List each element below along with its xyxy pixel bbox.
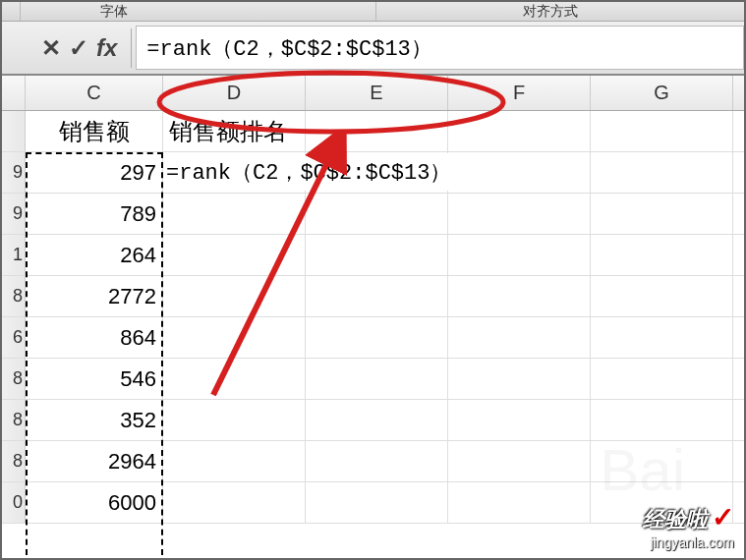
cell[interactable]	[448, 317, 591, 358]
cell-value[interactable]: 546	[26, 359, 163, 399]
cell[interactable]	[591, 235, 733, 275]
watermark-text: 经验啦	[643, 507, 708, 532]
cell[interactable]	[306, 235, 448, 275]
row-header[interactable]: 8	[2, 441, 26, 481]
cell[interactable]	[448, 235, 591, 275]
formula-bar-icons: ✕ ✓ fx	[41, 34, 117, 62]
cell-value[interactable]: 2772	[26, 276, 163, 316]
ribbon-section-labels: 字体 对齐方式	[2, 2, 744, 22]
confirm-icon[interactable]: ✓	[69, 34, 88, 62]
ribbon-label-align: 对齐方式	[523, 3, 578, 21]
cell[interactable]	[591, 194, 733, 234]
col-header-g[interactable]: G	[591, 76, 733, 110]
watermark-url: jingyanla.com	[643, 534, 734, 550]
cell[interactable]	[591, 359, 733, 399]
cell[interactable]	[591, 276, 733, 316]
watermark-check-icon: ✓	[712, 502, 734, 532]
cell[interactable]	[163, 317, 306, 358]
col-header-d[interactable]: D	[163, 76, 306, 110]
cell[interactable]	[448, 276, 591, 316]
cell[interactable]	[448, 194, 591, 234]
cell-header-sales[interactable]: 销售额	[26, 111, 163, 151]
watermark: 经验啦 ✓ jingyanla.com	[643, 501, 734, 550]
cell[interactable]	[163, 194, 306, 234]
formula-bar: ✕ ✓ fx =rank（C2，$C$2:$C$13）	[2, 22, 744, 76]
cell-value[interactable]: 6000	[26, 482, 163, 523]
cell[interactable]	[163, 359, 306, 399]
formula-text: =rank（C2，$C$2:$C$13）	[146, 33, 431, 63]
cell-header-rank[interactable]: 销售额排名	[163, 111, 306, 151]
table-row: 8 546	[2, 359, 744, 400]
cell-value[interactable]: 297	[26, 152, 163, 193]
ribbon-divider	[375, 2, 376, 21]
background-watermark: Bai	[600, 436, 685, 504]
cell[interactable]	[448, 152, 591, 193]
table-row: 6 864	[2, 317, 744, 359]
row-header[interactable]: 9	[2, 152, 26, 193]
col-header-c[interactable]: C	[26, 76, 163, 110]
col-header-e[interactable]: E	[306, 76, 448, 110]
cell[interactable]	[591, 400, 733, 440]
row-header[interactable]	[2, 111, 26, 151]
cell[interactable]	[306, 400, 448, 440]
table-row: 1 264	[2, 235, 744, 276]
cell[interactable]	[591, 317, 733, 358]
row-header[interactable]: 8	[2, 400, 26, 440]
cell[interactable]	[163, 400, 306, 440]
table-row: 销售额 销售额排名	[2, 111, 744, 152]
formula-input[interactable]: =rank（C2，$C$2:$C$13）	[136, 26, 744, 70]
cell[interactable]	[591, 152, 733, 193]
cell-formula-display: =rank（C2，$C$2:$C$13）	[164, 153, 453, 191]
col-header-f[interactable]: F	[448, 76, 591, 110]
table-row: 9 789	[2, 194, 744, 235]
row-header[interactable]: 0	[2, 482, 26, 523]
cell[interactable]	[448, 111, 591, 151]
cell[interactable]	[163, 235, 306, 275]
ribbon-label-font: 字体	[100, 3, 128, 21]
row-header[interactable]: 1	[2, 235, 26, 275]
table-row: 8 2772	[2, 276, 744, 317]
cell-value[interactable]: 864	[26, 317, 163, 358]
cell[interactable]	[306, 194, 448, 234]
cell[interactable]	[163, 482, 306, 523]
cell-value[interactable]: 789	[26, 194, 163, 234]
cell[interactable]	[306, 111, 448, 151]
cell[interactable]	[163, 441, 306, 481]
cell[interactable]	[448, 441, 591, 481]
cell[interactable]	[448, 359, 591, 399]
cell[interactable]	[163, 276, 306, 316]
col-header-stub[interactable]	[2, 76, 26, 110]
row-header[interactable]: 8	[2, 359, 26, 399]
cell-value[interactable]: 352	[26, 400, 163, 440]
cell[interactable]	[306, 441, 448, 481]
cell[interactable]	[306, 317, 448, 358]
cell[interactable]	[306, 482, 448, 523]
table-row: 8 352	[2, 400, 744, 441]
formula-bar-separator	[131, 28, 132, 68]
row-header[interactable]: 6	[2, 317, 26, 358]
cell[interactable]	[448, 482, 591, 523]
fx-icon[interactable]: fx	[96, 34, 117, 62]
cell-value[interactable]: 2964	[26, 441, 163, 481]
cell[interactable]	[448, 400, 591, 440]
row-header[interactable]: 8	[2, 276, 26, 316]
cancel-icon[interactable]: ✕	[41, 34, 61, 62]
column-headers: C D E F G	[2, 76, 744, 111]
cell[interactable]	[306, 276, 448, 316]
cell[interactable]	[591, 111, 733, 151]
cell-value[interactable]: 264	[26, 235, 163, 275]
row-header[interactable]: 9	[2, 194, 26, 234]
ribbon-divider	[20, 2, 21, 21]
cell[interactable]	[306, 359, 448, 399]
